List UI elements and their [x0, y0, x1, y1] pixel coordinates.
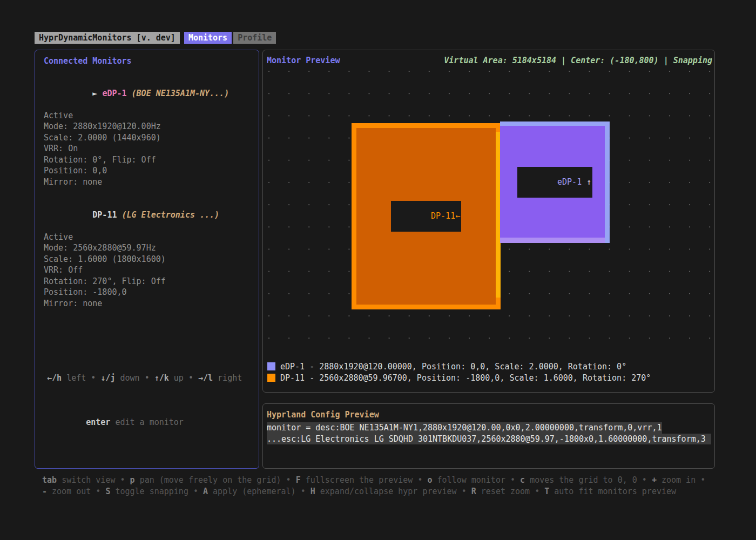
- monitor-rotation: Rotation: 270°, Flip: Off: [44, 276, 250, 287]
- monitor-description: (LG Electronics ...): [117, 210, 219, 220]
- monitor-vrr: VRR: Off: [44, 265, 250, 276]
- hyprland-config-title: Hyprland Config Preview: [267, 410, 379, 420]
- preview-monitor-edp1[interactable]: eDP-1 ↑: [500, 122, 610, 243]
- help-line-2: - zoom out • S toggle snapping • A apply…: [42, 486, 733, 497]
- monitor-list-nav: ←/h left • ↓/j down • ↑/k up • →/l right: [47, 373, 242, 384]
- config-line-2: ...esc:LG Electronics LG SDQHD 301NTBKDU…: [267, 434, 711, 445]
- connected-monitors-panel: Connected Monitors ► eDP-1 (BOE NE135A1M…: [35, 50, 259, 469]
- edp1-top-edge-strip: [500, 122, 610, 126]
- hyprland-config-panel: Hyprland Config Preview monitor = desc:B…: [262, 403, 715, 469]
- monitor-mode: Mode: 2560x2880@59.97Hz: [44, 242, 250, 254]
- monitor-preview-panel: Monitor Preview Virtual Area: 5184x5184 …: [262, 50, 715, 393]
- help-footer: tab switch view • p pan (move freely on …: [42, 475, 733, 497]
- monitor-list-keybinds: ←/h left • ↓/j down • ↑/k up • →/l right…: [47, 350, 242, 461]
- monitor-mirror: Mirror: none: [44, 298, 250, 309]
- monitor-position: Position: -1800,0: [44, 287, 250, 298]
- monitor-description: (BOE NE135A1M-NY...): [127, 89, 230, 98]
- monitor-name: DP-11: [92, 210, 117, 220]
- monitor-vrr: VRR: On: [44, 143, 250, 154]
- preview-legend: eDP-1 - 2880x1920@120.00000, Position: 0…: [267, 361, 651, 383]
- monitor-status: Active: [44, 232, 250, 243]
- monitor-scale: Scale: 1.6000 (1800x1600): [44, 254, 250, 265]
- monitor-mirror: Mirror: none: [44, 177, 250, 188]
- virtual-area-status: Virtual Area: 5184x5184 | Center: (-180,…: [444, 56, 712, 65]
- connected-monitors-title: Connected Monitors: [44, 56, 250, 66]
- dp11-label: DP-11←: [391, 201, 461, 232]
- monitor-list-item-edp1[interactable]: ► eDP-1 (BOE NE135A1M-NY...) Active Mode…: [44, 77, 250, 187]
- config-line-1: monitor = desc:BOE NE135A1M-NY1,2880x192…: [267, 422, 662, 434]
- edp1-label: eDP-1 ↑: [517, 167, 592, 198]
- app-window: HyprDynamicMonitors [v. dev] Monitors Pr…: [0, 0, 756, 540]
- legend-text: eDP-1 - 2880x1920@120.00000, Position: 0…: [280, 362, 626, 372]
- monitor-scale: Scale: 2.0000 (1440x960): [44, 132, 250, 144]
- edp1-rotation-arrow-icon: ↑: [586, 177, 591, 187]
- preview-monitor-dp11[interactable]: DP-11←: [352, 123, 501, 309]
- edp1-bottom-edge-strip: [500, 238, 605, 243]
- selection-arrow-icon: ►: [92, 89, 102, 98]
- legend-text: DP-11 - 2560x2880@59.96700, Position: -1…: [280, 373, 651, 383]
- dp11-color-swatch: [267, 374, 275, 382]
- monitor-list-item-dp11[interactable]: DP-11 (LG Electronics ...) Active Mode: …: [44, 198, 250, 309]
- monitor-rotation: Rotation: 0°, Flip: Off: [44, 154, 250, 166]
- dp11-label-text: DP-11: [431, 211, 455, 221]
- edp1-label-text: eDP-1: [557, 177, 586, 187]
- enter-key-label: enter: [86, 417, 110, 427]
- edp1-color-swatch: [267, 362, 275, 370]
- tab-monitors[interactable]: Monitors: [184, 32, 232, 44]
- monitor-name: eDP-1: [102, 89, 126, 98]
- help-line-1: tab switch view • p pan (move freely on …: [42, 475, 733, 486]
- enter-key-desc: edit a monitor: [110, 417, 183, 427]
- monitor-preview-title: Monitor Preview: [267, 56, 340, 65]
- tab-bar: HyprDynamicMonitors [v. dev] Monitors Pr…: [35, 32, 276, 44]
- legend-row-dp11: DP-11 - 2560x2880@59.96700, Position: -1…: [267, 372, 651, 383]
- app-title: HyprDynamicMonitors [v. dev]: [35, 32, 180, 44]
- monitor-mode: Mode: 2880x1920@120.00Hz: [44, 121, 250, 132]
- dp11-rotation-arrow-icon: ←: [455, 211, 460, 221]
- edp1-right-edge-strip: [605, 122, 610, 243]
- monitor-status: Active: [44, 110, 250, 122]
- legend-row-edp1: eDP-1 - 2880x1920@120.00000, Position: 0…: [267, 361, 651, 372]
- tab-profile[interactable]: Profile: [233, 32, 276, 44]
- monitor-position: Position: 0,0: [44, 165, 250, 177]
